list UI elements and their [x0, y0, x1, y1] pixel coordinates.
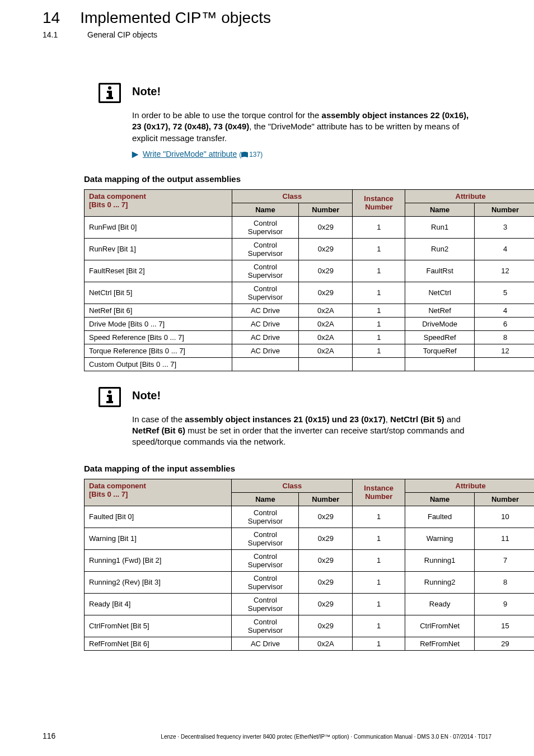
table-cell: CtrlFromNet [Bit 5]: [85, 615, 232, 637]
table-cell: [405, 357, 475, 371]
table-cell: 1: [353, 344, 405, 357]
table-row: Speed Reference [Bits 0 ... 7]AC Drive0x…: [85, 330, 535, 344]
note-body-2: In case of the assembly object instances…: [132, 414, 475, 448]
page-number: 116: [43, 731, 55, 740]
table-cell: [299, 357, 353, 371]
table-cell: 9: [475, 593, 534, 615]
table-cell: 15: [475, 615, 534, 637]
table-cell: Running1: [405, 549, 475, 571]
table-cell: 0x2A: [299, 304, 353, 317]
link-arrow-icon: ▶: [132, 150, 138, 158]
table-cell: Warning: [405, 528, 475, 549]
table-cell: Ready: [405, 593, 475, 615]
table-cell: FaultReset [Bit 2]: [85, 260, 232, 282]
table-cell: 0x29: [299, 238, 353, 260]
footer-text: Lenze · Decentralised frequency inverter…: [161, 734, 491, 740]
table-cell: 1: [353, 282, 405, 304]
table-cell: Torque Reference [Bits 0 ... 7]: [85, 344, 232, 357]
th-attr-number: Number: [475, 203, 534, 216]
table-cell: 1: [353, 216, 405, 238]
table-cell: 0x29: [299, 593, 353, 615]
table-cell: Control Supervisor: [232, 615, 299, 637]
th2-class-number: Number: [299, 492, 353, 506]
svg-point-0: [108, 86, 111, 90]
output-assemblies-table: Data component [Bits 0 ... 7] Class Inst…: [84, 189, 534, 371]
table-cell: 1: [353, 615, 405, 637]
note-heading: Note!: [132, 85, 161, 103]
table-cell: Control Supervisor: [232, 549, 299, 571]
table-cell: 0x2A: [299, 344, 353, 357]
table-cell: Run1: [405, 216, 475, 238]
table-cell: 1: [353, 317, 405, 330]
th2-attr-name: Name: [405, 492, 475, 506]
th2-attribute: Attribute: [456, 482, 486, 490]
table-row: Drive Mode [Bits 0 ... 7]AC Drive0x2A1Dr…: [85, 317, 535, 330]
table-cell: 29: [475, 637, 534, 650]
section-title: General CIP objects: [87, 30, 157, 39]
table-cell: 1: [353, 238, 405, 260]
table-cell: 0x29: [299, 506, 353, 528]
table-cell: Control Supervisor: [232, 238, 299, 260]
th2-class-name: Name: [232, 492, 299, 506]
table-cell: 7: [475, 549, 534, 571]
table-cell: 8: [475, 330, 534, 344]
th2-class: Class: [283, 482, 302, 490]
table-cell: 3: [475, 216, 534, 238]
table-cell: Control Supervisor: [232, 593, 299, 615]
table-cell: Running2 (Rev) [Bit 3]: [85, 571, 232, 593]
table-cell: FaultRst: [405, 260, 475, 282]
table-row: CtrlFromNet [Bit 5]Control Supervisor0x2…: [85, 615, 535, 637]
divider: _ _ _ _ _ _ _ _ _ _ _ _ _ _ _ _ _ _ _ _ …: [43, 54, 491, 63]
table-row: Ready [Bit 4]Control Supervisor0x291Read…: [85, 593, 535, 615]
note2-t1: In case of the: [132, 414, 185, 424]
table-cell: NetCtrl: [405, 282, 475, 304]
table-cell: [232, 357, 299, 371]
link-page: 137: [249, 151, 260, 158]
drivemode-link[interactable]: Write "DriveMode" attribute: [143, 150, 237, 158]
table-cell: 0x2A: [299, 637, 353, 650]
table-row: RunFwd [Bit 0]Control Supervisor0x291Run…: [85, 216, 535, 238]
th2-instance: Instance Number: [364, 484, 394, 501]
table-cell: AC Drive: [232, 344, 299, 357]
note-heading-2: Note!: [132, 389, 161, 407]
table-cell: 1: [353, 304, 405, 317]
table-cell: Control Supervisor: [232, 216, 299, 238]
table-cell: Control Supervisor: [232, 282, 299, 304]
th2-attr-number: Number: [475, 492, 534, 506]
section-number: 14.1: [43, 30, 69, 39]
table-cell: 6: [475, 317, 534, 330]
table-cell: 0x29: [299, 282, 353, 304]
table-cell: Control Supervisor: [232, 571, 299, 593]
table-cell: 5: [475, 282, 534, 304]
table-cell: AC Drive: [232, 304, 299, 317]
table-cell: AC Drive: [232, 637, 299, 650]
input-assemblies-table: Data component [Bits 0 ... 7] Class Inst…: [84, 479, 534, 651]
table-row: Custom Output [Bits 0 ... 7]: [85, 357, 535, 371]
table-cell: 1: [353, 330, 405, 344]
table-cell: 1: [353, 549, 405, 571]
svg-rect-3: [106, 97, 113, 99]
table-row: Running2 (Rev) [Bit 3]Control Supervisor…: [85, 571, 535, 593]
table-cell: 0x29: [299, 260, 353, 282]
table-cell: 0x29: [299, 571, 353, 593]
table-cell: RefFromNet: [405, 637, 475, 650]
table-cell: Ready [Bit 4]: [85, 593, 232, 615]
table-cell: 1: [353, 506, 405, 528]
note1-text-pre: In order to be able to use the torque co…: [132, 110, 322, 120]
table-cell: 0x29: [299, 216, 353, 238]
table-cell: 0x2A: [299, 317, 353, 330]
table-cell: Running1 (Fwd) [Bit 2]: [85, 549, 232, 571]
table-cell: 11: [475, 528, 534, 549]
table-cell: 1: [353, 260, 405, 282]
table-cell: NetRef: [405, 304, 475, 317]
table-cell: 1: [353, 528, 405, 549]
table-cell: [475, 357, 534, 371]
table-cell: Running2: [405, 571, 475, 593]
table-cell: 12: [475, 260, 534, 282]
table-cell: Faulted [Bit 0]: [85, 506, 232, 528]
note2-b3: NetRef (Bit 6): [132, 426, 185, 435]
table-cell: AC Drive: [232, 317, 299, 330]
chapter-number: 14: [43, 9, 60, 27]
table-cell: 1: [353, 571, 405, 593]
table-cell: RunRev [Bit 1]: [85, 238, 232, 260]
